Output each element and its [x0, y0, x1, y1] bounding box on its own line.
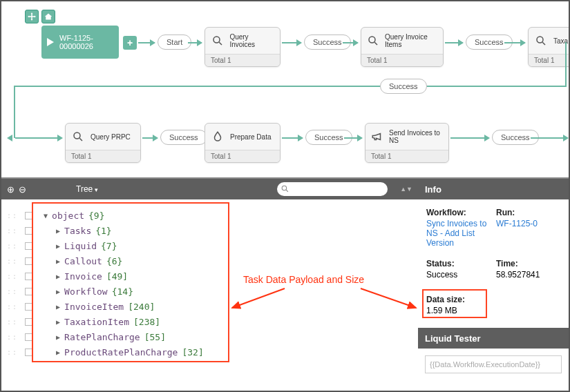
tree-expand-controls: ⊕ ⊖ [7, 184, 26, 195]
node-total: Total 1 [529, 54, 569, 66]
search-icon [211, 34, 224, 48]
svg-line-10 [232, 288, 285, 308]
drag-handle-icon[interactable]: :: [7, 227, 18, 235]
flow-arrow [15, 137, 62, 139]
tree-count: [240] [128, 302, 155, 312]
node-query-invoices[interactable]: Query Invoices Total 1 [205, 27, 281, 67]
run-link[interactable]: WF-1125-0 [496, 219, 560, 228]
tree-node[interactable]: ::▶ProductRatePlanCharge[32] [1, 344, 418, 360]
checkbox[interactable] [25, 273, 32, 280]
add-node-button[interactable]: + [123, 36, 137, 50]
megaphone-icon [371, 130, 383, 144]
play-icon [47, 38, 54, 46]
workflow-link[interactable]: Sync Invoices to NS - Add List Version [426, 219, 491, 248]
flow-arrow [344, 137, 362, 139]
search-icon [281, 184, 289, 193]
node-taxation[interactable]: Taxa Total 1 [528, 27, 569, 67]
caret-icon[interactable]: ▶ [56, 257, 60, 265]
caret-icon[interactable]: ▶ [56, 333, 60, 341]
success-pill[interactable]: Success [160, 130, 207, 145]
node-query-prpc[interactable]: Query PRPC Total 1 [65, 123, 141, 163]
checkbox[interactable] [25, 227, 32, 235]
annotation-text: Task Data Payload and Size [243, 274, 364, 285]
tree-key: Invoice [64, 271, 102, 282]
tree-root[interactable]: ::▼object{9} [1, 208, 418, 223]
flow-arrow [531, 137, 568, 139]
caret-icon[interactable]: ▶ [56, 273, 60, 280]
datasize-value: 1.59 MB [426, 306, 560, 315]
node-total: Total 1 [205, 54, 280, 66]
node-prepare-data[interactable]: Prepare Data Total 1 [205, 123, 281, 163]
checkbox[interactable] [25, 318, 32, 326]
drag-handle-icon[interactable]: :: [7, 212, 18, 219]
node-send-invoices[interactable]: Send Invoices to NS Total 1 [365, 123, 449, 163]
flow-arrow [188, 42, 202, 43]
caret-icon[interactable]: ▶ [56, 227, 60, 235]
node-label: Prepare Data [230, 133, 271, 141]
expand-all-icon[interactable]: ⊕ [7, 184, 15, 195]
tree-search-input[interactable] [277, 182, 388, 196]
datasize-label: Data size: [426, 295, 560, 304]
tree-count: [49] [106, 271, 128, 282]
tree-node[interactable]: ::▶RatePlanCharge[55] [1, 329, 418, 344]
node-total: Total 1 [66, 150, 140, 162]
start-pill[interactable]: Start [158, 35, 191, 50]
flow-arrow [142, 137, 158, 139]
drag-handle-icon[interactable]: :: [7, 273, 18, 280]
success-pill[interactable]: Success [380, 79, 427, 94]
svg-line-5 [542, 42, 545, 45]
info-panel: Info Workflow: Sync Invoices to NS - Add… [418, 179, 569, 391]
liquid-input[interactable]: {{Data.Workflow.ExecutionDate}} [425, 355, 562, 373]
caret-icon[interactable]: ▶ [56, 242, 60, 250]
liquid-tester-header: Liquid Tester [418, 328, 569, 349]
checkbox[interactable] [25, 242, 32, 250]
node-query-invoice-items[interactable]: Query Invoice Items Total 1 [361, 27, 444, 67]
drag-handle-icon[interactable]: :: [7, 303, 18, 311]
svg-point-6 [74, 133, 80, 139]
tree-node[interactable]: ::▶Liquid{7} [1, 238, 418, 253]
checkbox[interactable] [25, 288, 32, 295]
collapse-all-icon[interactable]: ⊖ [19, 184, 26, 195]
search-icon [71, 130, 85, 144]
search-icon [367, 34, 379, 48]
drag-handle-icon[interactable]: :: [7, 333, 18, 341]
tree-key: Tasks [64, 226, 91, 236]
tree-node[interactable]: ::▶Tasks{1} [1, 223, 418, 238]
home-button[interactable] [41, 10, 55, 23]
view-mode-dropdown[interactable]: Tree [76, 184, 98, 194]
time-value: 58.9527841 [496, 270, 560, 280]
annotation-arrows [229, 283, 423, 317]
drag-handle-icon[interactable]: :: [7, 242, 18, 250]
tree-count: [32] [182, 347, 203, 357]
tree-key: ProductRatePlanCharge [64, 347, 178, 357]
checkbox[interactable] [25, 333, 32, 341]
caret-icon[interactable]: ▶ [56, 303, 60, 311]
tree-key: Callout [64, 256, 102, 266]
drag-handle-icon[interactable]: :: [7, 349, 18, 356]
time-label: Time: [496, 259, 560, 268]
checkbox[interactable] [25, 257, 32, 265]
workflow-canvas[interactable]: WF-1125-00000026 + Start Query Invoices … [1, 1, 569, 174]
svg-point-8 [282, 186, 287, 190]
checkbox[interactable] [25, 212, 32, 219]
tree-key: TaxationItem [64, 317, 129, 327]
tree-header: ⊕ ⊖ Tree ▲▼ [1, 179, 418, 199]
drag-handle-icon[interactable]: :: [7, 288, 18, 295]
search-nav[interactable]: ▲▼ [400, 186, 412, 193]
workflow-start-block[interactable]: WF-1125-00000026 [41, 26, 119, 59]
svg-line-11 [361, 288, 416, 308]
checkbox[interactable] [25, 349, 32, 356]
caret-icon[interactable]: ▼ [44, 212, 48, 219]
tree-key: object [52, 210, 84, 221]
move-button[interactable] [25, 10, 39, 23]
drag-handle-icon[interactable]: :: [7, 318, 18, 326]
tree-count: {7} [101, 241, 117, 251]
run-label: Run: [496, 208, 560, 217]
drag-handle-icon[interactable]: :: [7, 257, 18, 265]
drop-icon [211, 130, 225, 144]
tree-node[interactable]: ::▶Callout{6} [1, 253, 418, 268]
caret-icon[interactable]: ▶ [56, 288, 60, 295]
caret-icon[interactable]: ▶ [56, 318, 60, 326]
caret-icon[interactable]: ▶ [56, 349, 60, 356]
checkbox[interactable] [25, 303, 32, 311]
